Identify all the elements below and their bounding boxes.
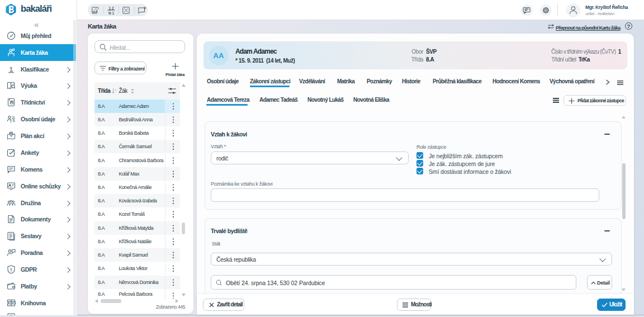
svg-text:1 2: 1 2: [108, 6, 113, 10]
svg-text:1: 1: [115, 88, 116, 91]
svg-text:1: 1: [10, 65, 13, 72]
svg-text:N 1: N 1: [108, 11, 114, 15]
svg-text:§: §: [10, 267, 12, 272]
